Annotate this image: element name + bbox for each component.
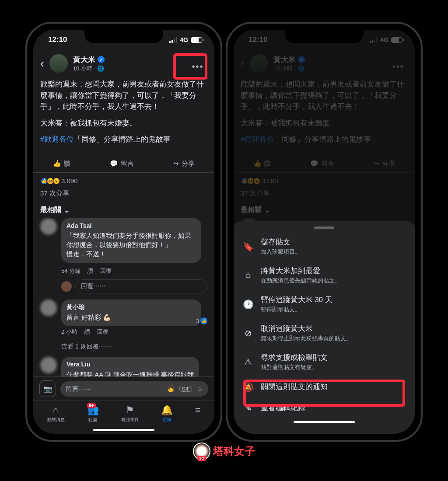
hashtag[interactable]: #歡迎各位: [40, 135, 74, 143]
avatar-sticker-icon[interactable]: 👧: [167, 385, 175, 393]
notch: [285, 30, 364, 43]
composer-bar: 📷 留言⋯⋯ 👧 GIF ☺: [33, 376, 214, 401]
comment-reply-action[interactable]: 回覆: [97, 328, 108, 336]
sheet-save-post[interactable]: 🔖 儲存貼文加入珍藏項目。: [234, 232, 415, 261]
post-time: 10 小時: [73, 65, 92, 73]
back-button[interactable]: ‹: [40, 57, 44, 70]
action-sheet: 🔖 儲存貼文加入珍藏項目。 ☆ 將黃大米加到最愛在動態消息優先顯示她的貼文。 🕑…: [234, 221, 415, 434]
comment-text: 留言 好精彩 💪🏻: [66, 313, 196, 322]
comment-icon: 💬: [110, 160, 118, 167]
comment-item: 黃小瑜 留言 好精彩 💪🏻 2 小時 讚 回覆 3 👍: [40, 300, 207, 340]
comment-time: 2 小時: [61, 328, 77, 336]
thumb-icon: 👍: [53, 160, 61, 167]
view-replies-link[interactable]: 查看 1 則回覆⋯⋯: [61, 343, 207, 351]
network-label: 4G: [180, 36, 188, 43]
sheet-snooze[interactable]: 🕑 暫停追蹤黃大米 30 天暫停顯示貼文。: [234, 290, 415, 319]
home-indicator[interactable]: [93, 429, 154, 431]
notch: [84, 30, 163, 43]
commenter-avatar[interactable]: [40, 357, 57, 373]
comment-bubble[interactable]: 黃小瑜 留言 好精彩 💪🏻: [61, 300, 201, 326]
comment-text: 什麼都要 AA 制 連合吃一塊雞排 事後還跟我: [66, 370, 194, 376]
unfollow-icon: ⊘: [242, 328, 254, 338]
tab-notifications[interactable]: 🔔通知: [161, 404, 173, 423]
action-row: 👍讚 💬留言 ↪分享: [33, 155, 214, 173]
comment-time: 54 分鐘: [61, 267, 80, 275]
sheet-grabber[interactable]: [314, 227, 334, 229]
clock-icon: 🕑: [242, 299, 254, 310]
tab-bar: ⌂動態消息 👥9+社團 ⚑粉絲專頁 🔔通知 ≡: [33, 401, 214, 427]
reply-input[interactable]: 回覆⋯⋯: [75, 279, 207, 293]
reaction-wow-icon: 😮: [52, 177, 60, 185]
star-icon: ☆: [242, 270, 254, 281]
sheet-unfollow[interactable]: ⊘ 取消追蹤黃大米無限期停止顯示此粉絲專頁的貼文。: [234, 319, 415, 348]
badge: 9+: [87, 403, 96, 408]
bell-icon: 🔔: [161, 404, 173, 416]
phone-left: 12:10 4G ‹ 黃大米 ✓ 10 小時 ·: [25, 22, 222, 442]
phone-right: 12:10 4G ‹ 黃大米 ✓ 10 小時 ·🌐: [226, 22, 423, 442]
commenter-name: Vera Liu: [66, 360, 194, 369]
screen-right: 12:10 4G ‹ 黃大米 ✓ 10 小時 ·🌐: [234, 30, 415, 434]
comment-like-count[interactable]: 3 👍: [196, 317, 207, 324]
commenter-avatar[interactable]: [40, 300, 57, 316]
history-icon: ✎: [242, 403, 254, 413]
sheet-edit-history[interactable]: ✎ 查看編輯紀錄: [234, 397, 415, 418]
watermark-badge: 3C: [197, 456, 206, 461]
camera-button[interactable]: 📷: [39, 380, 56, 397]
watermark-text: 塔科女子: [213, 444, 255, 458]
status-time: 12:10: [48, 35, 67, 44]
share-button[interactable]: ↪分享: [173, 160, 195, 168]
more-button[interactable]: •••: [187, 58, 208, 75]
comment-button[interactable]: 💬留言: [110, 160, 134, 168]
author-name[interactable]: 黃大米: [73, 55, 95, 65]
comment-like-action[interactable]: 讚: [88, 267, 93, 275]
menu-icon: ≡: [195, 404, 201, 416]
report-icon: ⚠: [242, 357, 254, 367]
tab-pages[interactable]: ⚑粉絲專頁: [121, 404, 139, 423]
comment-bubble[interactable]: Ada Tsai 「我家人知道我們要分手後很討厭你，如果你想復合，以後要加倍對他…: [61, 218, 201, 263]
like-icon: 👍: [200, 317, 207, 324]
like-button[interactable]: 👍讚: [53, 160, 70, 168]
tab-feed[interactable]: ⌂動態消息: [47, 404, 65, 423]
comment-bubble[interactable]: Vera Liu 什麼都要 AA 制 連合吃一塊雞排 事後還跟我: [61, 357, 199, 376]
post-paragraph-2: 大米答：被我抓包有未婚妻。: [40, 118, 207, 129]
share-icon: ↪: [173, 160, 179, 167]
watermark: 3C 塔科女子: [193, 443, 255, 460]
post-body: 歡樂的週末，想問大家，前男友或者前女友做了什麼事情，讓你當下覺得夠了，可以了，「…: [33, 77, 214, 155]
post-paragraph-3: 「同修」分享情路上的鬼故事: [74, 135, 171, 143]
commenter-name: 黃小瑜: [66, 303, 196, 312]
comment-reply-action[interactable]: 回覆: [100, 267, 112, 275]
chevron-down-icon: ⌄: [64, 206, 70, 214]
reaction-count: 3,090: [61, 177, 78, 185]
battery-icon: [191, 37, 202, 43]
reactions-row[interactable]: 👍 😆 😮 3,090: [33, 173, 214, 187]
reply-thread: 回覆⋯⋯: [61, 279, 207, 293]
post-header: ‹ 黃大米 ✓ 10 小時 · 🌐 •••: [33, 50, 214, 77]
signal-icon: [169, 37, 177, 43]
tab-menu[interactable]: ≡: [195, 404, 201, 417]
bell-off-icon: 🔕: [242, 382, 254, 392]
commenter-avatar[interactable]: [40, 218, 57, 235]
comment-like-action[interactable]: 讚: [84, 328, 90, 336]
home-indicator[interactable]: [294, 421, 355, 423]
comment-input[interactable]: 留言⋯⋯ 👧 GIF ☺: [60, 381, 208, 397]
author-avatar[interactable]: [49, 54, 68, 73]
comment-item: Vera Liu 什麼都要 AA 制 連合吃一塊雞排 事後還跟我: [40, 357, 207, 376]
commenter-name: Ada Tsai: [66, 222, 196, 230]
shares-count[interactable]: 37 次分享: [33, 187, 214, 202]
self-avatar: [61, 281, 72, 292]
verified-icon: ✓: [98, 56, 105, 63]
screen-left: 12:10 4G ‹ 黃大米 ✓ 10 小時 ·: [33, 30, 214, 434]
sort-dropdown[interactable]: 最相關 ⌄: [33, 202, 214, 218]
gif-icon[interactable]: GIF: [179, 386, 192, 392]
sheet-mute-notifications[interactable]: 🔕 關閉這則貼文的通知: [234, 376, 415, 397]
sheet-report[interactable]: ⚠ 尋求支援或檢舉貼文我對這則貼文有疑慮。: [234, 348, 415, 376]
sheet-add-favorite[interactable]: ☆ 將黃大米加到最愛在動態消息優先顯示她的貼文。: [234, 261, 415, 290]
post-paragraph-1: 歡樂的週末，想問大家，前男友或者前女友做了什麼事情，讓你當下覺得夠了，可以了，「…: [40, 79, 207, 112]
comments-list: Ada Tsai 「我家人知道我們要分手後很討厭你，如果你想復合，以後要加倍對他…: [33, 218, 214, 376]
globe-icon: 🌐: [97, 65, 104, 72]
comment-item: Ada Tsai 「我家人知道我們要分手後很討厭你，如果你想復合，以後要加倍對他…: [40, 218, 207, 263]
tab-groups[interactable]: 👥9+社團: [87, 404, 99, 423]
watermark-avatar: 3C: [193, 443, 210, 460]
home-icon: ⌂: [53, 404, 59, 416]
emoji-icon[interactable]: ☺: [196, 385, 203, 393]
